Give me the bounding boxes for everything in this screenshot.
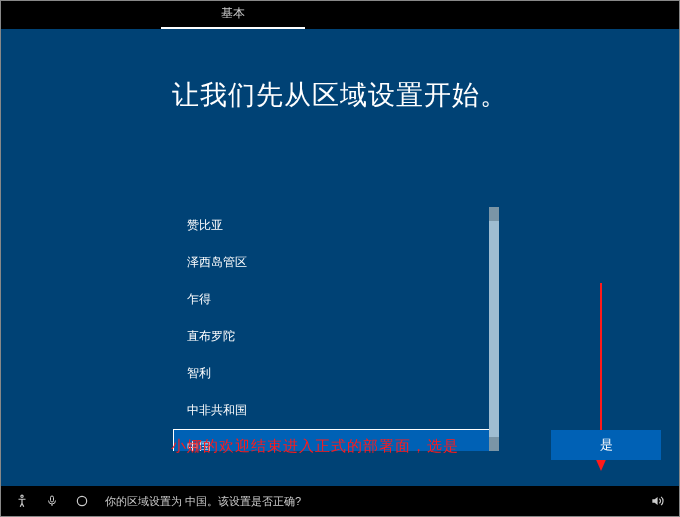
- main-area: 让我们先从区域设置开始。 赞比亚 泽西岛管区 乍得 直布罗陀 智利 中非共和国 …: [1, 29, 679, 486]
- region-item[interactable]: 赞比亚: [173, 207, 499, 244]
- svg-point-4: [77, 496, 86, 505]
- page-title: 让我们先从区域设置开始。: [1, 77, 679, 113]
- tab-basic[interactable]: 基本: [161, 0, 305, 29]
- oobe-window: 基本 让我们先从区域设置开始。 赞比亚 泽西岛管区 乍得 直布罗陀 智利 中非共…: [0, 0, 680, 517]
- region-list-container: 赞比亚 泽西岛管区 乍得 直布罗陀 智利 中非共和国 中国: [173, 207, 499, 451]
- cortana-text: 你的区域设置为 中国。该设置是否正确?: [101, 494, 645, 509]
- region-item[interactable]: 直布罗陀: [173, 318, 499, 355]
- svg-point-2: [21, 495, 23, 497]
- svg-rect-3: [51, 496, 54, 502]
- region-item[interactable]: 乍得: [173, 281, 499, 318]
- accessibility-icon[interactable]: [11, 486, 33, 516]
- scrollbar[interactable]: [489, 207, 499, 451]
- annotation-text: 小娜的欢迎结束进入正式的部署面，选是: [171, 437, 459, 456]
- region-item[interactable]: 泽西岛管区: [173, 244, 499, 281]
- tab-bar: 基本: [1, 1, 679, 29]
- region-list[interactable]: 赞比亚 泽西岛管区 乍得 直布罗陀 智利 中非共和国 中国: [173, 207, 499, 451]
- volume-icon[interactable]: [645, 494, 669, 508]
- region-item[interactable]: 智利: [173, 355, 499, 392]
- taskbar: 你的区域设置为 中国。该设置是否正确?: [1, 486, 679, 516]
- region-item[interactable]: 中非共和国: [173, 392, 499, 429]
- cortana-ring-icon[interactable]: [71, 486, 93, 516]
- mic-icon[interactable]: [41, 486, 63, 516]
- yes-button[interactable]: 是: [551, 430, 661, 460]
